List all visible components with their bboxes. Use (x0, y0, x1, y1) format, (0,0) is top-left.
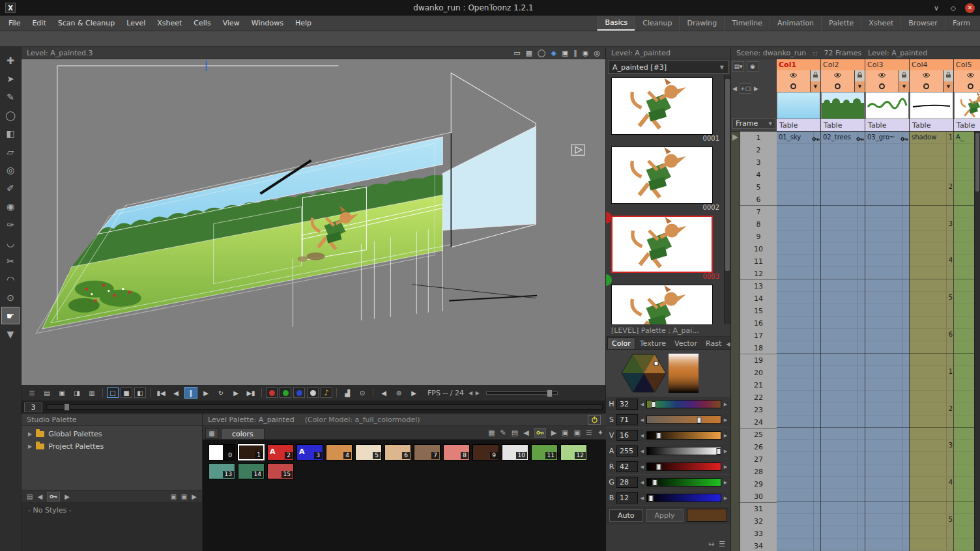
move-palette-icon[interactable]: ▣ (562, 429, 568, 437)
xsheet-cell[interactable] (910, 169, 953, 181)
swatch-grid-view-icon[interactable]: ▦ (205, 428, 218, 439)
xsheet-cell[interactable] (865, 514, 909, 526)
xsheet-cell[interactable] (910, 317, 953, 329)
xsheet-cell[interactable] (910, 464, 953, 477)
xsheet-cell[interactable] (865, 193, 909, 206)
channel-slider-track[interactable] (646, 494, 721, 502)
column-table-label[interactable]: Table (865, 119, 909, 131)
row-number[interactable]: 12 (740, 268, 777, 280)
xsheet-cell[interactable] (865, 181, 909, 193)
palette-tab-color[interactable]: Color (607, 337, 635, 349)
column-thumbnail[interactable] (865, 92, 909, 120)
viewer-canvas[interactable] (22, 59, 605, 385)
render-visible-toggle[interactable] (777, 81, 810, 92)
list-view-icon[interactable]: ☰ (586, 429, 592, 437)
xsheet-cell[interactable] (865, 329, 909, 341)
xsheet-cell[interactable] (821, 391, 865, 403)
xsheet-cell[interactable]: 03_gro~ (865, 132, 909, 144)
xsheet-cell[interactable] (777, 206, 820, 218)
palette-folder-project-palettes[interactable]: ▶Project Palettes (22, 440, 202, 453)
xsheet-cell[interactable] (777, 477, 820, 489)
xsheet-cell[interactable] (821, 231, 865, 243)
hsv-picker[interactable] (606, 350, 730, 397)
xsheet-cell[interactable]: 5 (910, 292, 953, 304)
viewer-title-bar[interactable]: Level: A_painted.3 ▭▦◯◈▣‖◉◎ (22, 47, 605, 59)
style-swatch[interactable]: 15 (267, 463, 294, 479)
row-number[interactable]: 2 (740, 144, 777, 156)
xsheet-cell[interactable] (910, 231, 953, 243)
xsheet-cell[interactable] (954, 144, 974, 156)
xsheet-cell[interactable] (777, 514, 820, 526)
row-number[interactable]: 16 (740, 317, 777, 330)
xsheet-cell[interactable] (821, 378, 865, 391)
xsheet-cell[interactable]: 4 (910, 477, 953, 489)
xsheet-cell[interactable] (865, 428, 909, 440)
filter-dropdown-icon[interactable]: ▼ (811, 81, 820, 92)
xsheet-cell[interactable] (777, 279, 820, 292)
style-swatch[interactable]: 4 (326, 444, 353, 460)
render-visible-toggle[interactable] (910, 81, 943, 92)
channel-value-field[interactable]: 255 (616, 445, 638, 457)
matte-channel-button[interactable] (307, 388, 319, 398)
xsheet-cell[interactable]: 5 (910, 514, 953, 526)
frame-display-dropdown[interactable]: Frame ▼ (732, 118, 775, 129)
more-tools[interactable]: ▼ (2, 326, 19, 342)
xsheet-cell[interactable] (865, 366, 909, 378)
xsheet-cell[interactable] (865, 279, 909, 292)
xsheet-cell[interactable] (777, 317, 820, 329)
xsheet-cell[interactable] (954, 378, 974, 391)
frame-thumbnail[interactable] (611, 78, 713, 135)
save-palette-icon[interactable]: ▤ (512, 429, 518, 437)
row-number[interactable]: 24 (740, 416, 777, 429)
xsheet-cell[interactable] (954, 267, 974, 279)
xsheet-cell[interactable] (910, 242, 953, 255)
filter-dropdown-icon[interactable]: ▼ (944, 81, 953, 92)
camera-capture-icon[interactable]: ▣ (55, 387, 68, 399)
level-strip-frame[interactable]: 0004 (611, 285, 721, 324)
blue-channel-button[interactable] (293, 388, 305, 398)
row-number[interactable]: 28 (740, 466, 777, 478)
row-number[interactable]: 4 (740, 169, 777, 181)
row-number[interactable]: 23 (740, 404, 777, 416)
key-icon[interactable] (47, 492, 60, 502)
column-thumbnail[interactable] (910, 92, 953, 120)
red-channel-button[interactable] (266, 388, 278, 398)
level-strip-title-bar[interactable]: Level: A_painted (606, 47, 730, 59)
column-name[interactable]: Col5 (954, 59, 980, 70)
preview-icon[interactable]: ◉ (583, 49, 589, 57)
row-number[interactable]: 25 (740, 429, 777, 441)
render-visible-toggle[interactable] (821, 81, 854, 92)
palette-chest-icon[interactable]: ▣ (170, 493, 176, 500)
column-table-label[interactable]: Table (821, 119, 865, 131)
column-name[interactable]: Col2 (821, 59, 865, 70)
xsheet-cell[interactable] (910, 416, 953, 428)
camera-view-icon[interactable]: ▣ (562, 49, 568, 57)
xsheet-cell[interactable] (777, 354, 820, 366)
xsheet-cell[interactable] (954, 354, 974, 366)
list-view-icon[interactable]: ☰ (719, 540, 725, 548)
xsheet-cell[interactable]: 4 (910, 255, 953, 267)
render-visible-toggle[interactable] (954, 81, 980, 92)
xsheet-cell[interactable] (865, 526, 909, 539)
xsheet-layout-toggle-button[interactable]: ▤▾ (732, 61, 744, 72)
menu-help[interactable]: Help (289, 17, 317, 29)
xsheet-cell[interactable] (777, 526, 820, 539)
channel-slider-track[interactable] (646, 478, 721, 487)
lock-toggle[interactable] (899, 70, 909, 81)
freeze-icon[interactable]: ‖ (573, 49, 577, 57)
camstand-visible-toggle[interactable] (865, 70, 899, 81)
xsheet-cell[interactable] (910, 304, 953, 317)
row-number[interactable]: 13 (740, 280, 777, 292)
filter-dropdown-icon[interactable]: ▼ (855, 81, 865, 92)
level-strip-frame[interactable]: 0002 (611, 147, 721, 212)
xsheet-cell[interactable] (777, 231, 820, 243)
slider-increment-icon[interactable]: ▶ (723, 449, 728, 454)
key-icon[interactable] (534, 428, 546, 438)
menu-level[interactable]: Level (121, 17, 151, 29)
xsheet-cell[interactable] (910, 428, 953, 440)
channel-slider-track[interactable] (646, 462, 721, 471)
xsheet-cell[interactable] (865, 416, 909, 428)
xsheet-cell[interactable] (865, 231, 909, 243)
xsheet-cell[interactable] (954, 391, 974, 403)
current-row-marker[interactable] (732, 134, 738, 141)
